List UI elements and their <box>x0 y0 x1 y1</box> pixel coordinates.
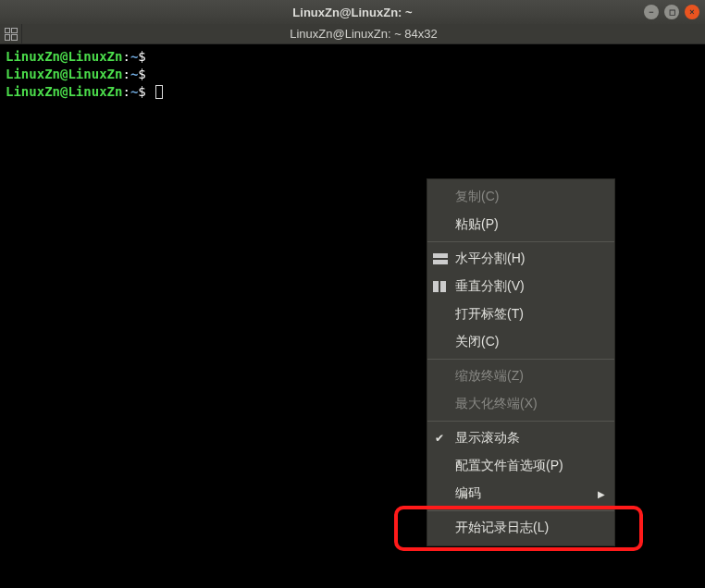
menu-maximize: 最大化终端(X) <box>427 390 614 418</box>
menu-profile[interactable]: 配置文件首选项(P) <box>427 452 614 480</box>
grid-icon <box>5 28 18 41</box>
menu-close[interactable]: 关闭(C) <box>427 328 614 356</box>
menu-separator <box>427 359 614 360</box>
menu-separator <box>427 421 614 422</box>
minimize-button[interactable]: − <box>644 5 659 19</box>
tab-title[interactable]: LinuxZn@LinuxZn: ~ 84x32 <box>22 27 705 41</box>
window-titlebar: LinuxZn@LinuxZn: ~ − ◻ × <box>0 0 705 24</box>
vsplit-icon <box>433 281 448 292</box>
menu-separator <box>427 241 614 242</box>
menu-paste[interactable]: 粘贴(P) <box>427 211 614 239</box>
maximize-button[interactable]: ◻ <box>664 5 679 19</box>
chevron-right-icon: ▶ <box>598 489 605 499</box>
menu-open-tab[interactable]: 打开标签(T) <box>427 300 614 328</box>
menu-start-log[interactable]: 开始记录日志(L) <box>427 514 614 542</box>
menu-scrollbar[interactable]: ✔ 显示滚动条 <box>427 424 614 452</box>
menu-hsplit[interactable]: 水平分割(H) <box>427 245 614 273</box>
layout-grid-button[interactable] <box>0 24 22 43</box>
terminal-line: LinuxZn@LinuxZn:~$ <box>6 66 699 83</box>
terminal-line: LinuxZn@LinuxZn:~$ <box>6 48 699 66</box>
tab-bar: LinuxZn@LinuxZn: ~ 84x32 <box>0 24 705 44</box>
menu-vsplit[interactable]: 垂直分割(V) <box>427 273 614 300</box>
hsplit-icon <box>433 253 448 264</box>
menu-encoding[interactable]: 编码 ▶ <box>427 480 614 508</box>
window-title: LinuxZn@LinuxZn: ~ <box>292 6 412 19</box>
window-controls: − ◻ × <box>644 5 699 19</box>
menu-separator <box>427 510 614 511</box>
context-menu: 复制(C) 粘贴(P) 水平分割(H) 垂直分割(V) 打开标签(T) 关闭(C… <box>427 178 615 546</box>
close-button[interactable]: × <box>685 5 699 19</box>
menu-zoom: 缩放终端(Z) <box>427 362 614 390</box>
cursor <box>155 85 163 99</box>
terminal-line: LinuxZn@LinuxZn:~$ <box>6 83 699 101</box>
menu-copy: 复制(C) <box>427 183 614 211</box>
check-icon: ✔ <box>435 432 444 445</box>
